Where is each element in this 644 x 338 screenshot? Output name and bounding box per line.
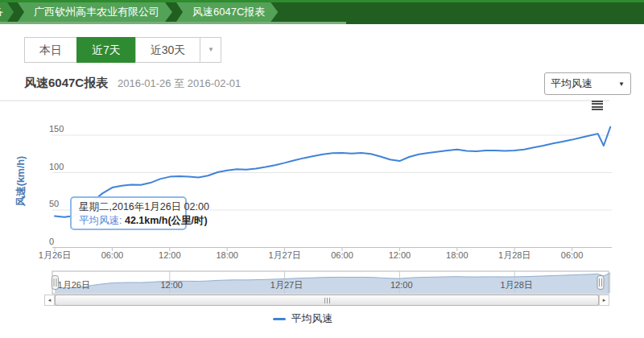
navigator-handle-left[interactable]: [52, 276, 59, 290]
x-tick-label: 1月26日: [39, 250, 71, 260]
scrollbar-thumb[interactable]: [55, 295, 599, 306]
chart-export-menu-icon[interactable]: [592, 101, 603, 110]
thumb-grip-icon: [329, 298, 330, 303]
scrollbar-right-arrow[interactable]: ▸: [599, 295, 609, 306]
tooltip-series-label: 平均风速:: [79, 215, 125, 226]
hamburger-bar: [592, 106, 603, 108]
hamburger-bar: [592, 103, 603, 105]
navigator-label: 12:00: [160, 280, 183, 290]
tooltip-value: 42.1km/h(公里/时): [125, 215, 208, 226]
x-tick-label: 06:00: [101, 250, 124, 260]
x-tick-label: 1月27日: [268, 250, 300, 260]
navigator-label: 1月26日: [58, 280, 90, 290]
y-tick-label: 100: [49, 162, 64, 171]
page: 备 广西钦州高丰农业有限公司 风速6047C报表 本日 近7天 近30天 ▼ 风…: [0, 0, 644, 338]
x-tick-label: 1月28日: [498, 250, 530, 260]
left-arrow-icon: ◂: [48, 297, 52, 303]
hamburger-bar: [592, 101, 603, 102]
x-tick-label: 06:00: [561, 250, 584, 260]
navigator-scrollbar: ◂ ▸: [44, 295, 609, 306]
navigator-label: 1月27日: [270, 280, 303, 290]
tooltip-value-row: 平均风速: 42.1km/h(公里/时): [79, 214, 185, 228]
thumb-grip-icon: [324, 298, 325, 303]
navigator-label: 1月28日: [500, 280, 532, 290]
legend-line-icon: [273, 318, 286, 320]
y-tick-label: 0: [49, 237, 54, 246]
x-tick-label: 12:00: [389, 250, 411, 260]
y-axis-title: 风速(km/h): [15, 156, 27, 208]
tooltip-datetime: 星期二,2016年1月26日 02:00: [79, 200, 185, 214]
right-arrow-icon: ▸: [603, 297, 606, 303]
x-tick-label: 12:00: [159, 250, 181, 260]
scrollbar-left-arrow[interactable]: ◂: [44, 295, 55, 306]
wind-speed-chart: 050100150风速(km/h)1月26日06:0012:0018:001月2…: [0, 0, 644, 338]
x-tick-label: 18:00: [216, 250, 238, 260]
legend-item-avg-wind-speed[interactable]: 平均风速: [273, 311, 333, 326]
hamburger-bar: [592, 109, 603, 110]
x-tick-label: 06:00: [331, 250, 353, 260]
y-tick-label: 150: [49, 124, 64, 134]
navigator-handle-right[interactable]: [597, 276, 604, 290]
navigator-label: 12:00: [390, 280, 413, 290]
x-tick-label: 18:00: [446, 250, 469, 260]
chart-legend: 平均风速: [0, 311, 605, 326]
legend-label: 平均风速: [291, 311, 333, 326]
chart-tooltip: 星期二,2016年1月26日 02:00 平均风速: 42.1km/h(公里/时…: [70, 196, 187, 230]
y-tick-label: 50: [49, 199, 59, 208]
thumb-grip-icon: [327, 298, 328, 303]
